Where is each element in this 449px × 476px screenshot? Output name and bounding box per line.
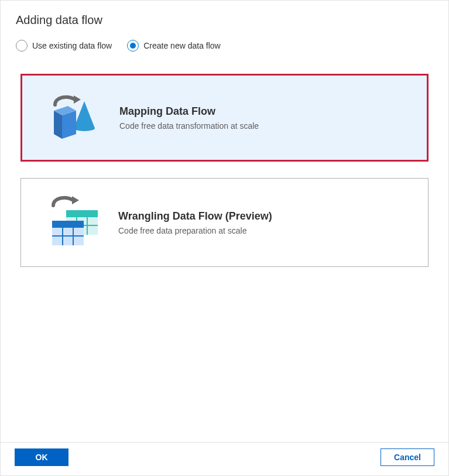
- radio-label-existing: Use existing data flow: [32, 41, 112, 50]
- svg-marker-0: [74, 95, 81, 104]
- dialog-footer: OK Cancel: [1, 442, 448, 475]
- svg-rect-13: [52, 221, 84, 228]
- svg-rect-8: [66, 210, 98, 217]
- radio-circle-icon: [127, 40, 139, 52]
- card-text: Wrangling Data Flow (Preview) Code free …: [108, 210, 272, 235]
- svg-point-2: [74, 125, 95, 131]
- card-title-mapping: Mapping Data Flow: [119, 105, 259, 118]
- card-desc-wrangling: Code free data preparation at scale: [118, 226, 272, 235]
- card-desc-mapping: Code free data transformation at scale: [119, 121, 259, 131]
- svg-marker-1: [74, 101, 95, 128]
- cancel-button[interactable]: Cancel: [381, 448, 434, 466]
- data-flow-mode-radios: Use existing data flow Create new data f…: [16, 40, 433, 52]
- adding-data-flow-panel: Adding data flow Use existing data flow …: [0, 0, 449, 476]
- radio-circle-icon: [16, 40, 28, 52]
- radio-label-create: Create new data flow: [143, 41, 221, 50]
- ok-button[interactable]: OK: [15, 448, 68, 466]
- card-text: Mapping Data Flow Code free data transfo…: [109, 105, 259, 131]
- wrangling-data-flow-icon: [37, 190, 108, 255]
- svg-marker-6: [72, 196, 79, 204]
- card-wrangling-data-flow[interactable]: Wrangling Data Flow (Preview) Code free …: [20, 178, 429, 267]
- svg-marker-3: [62, 111, 76, 139]
- page-title: Adding data flow: [16, 13, 433, 27]
- mapping-data-flow-icon: [39, 88, 109, 147]
- radio-use-existing[interactable]: Use existing data flow: [16, 40, 112, 52]
- svg-marker-5: [54, 111, 62, 139]
- card-title-wrangling: Wrangling Data Flow (Preview): [118, 210, 272, 222]
- card-mapping-data-flow[interactable]: Mapping Data Flow Code free data transfo…: [20, 74, 429, 162]
- card-area: Mapping Data Flow Code free data transfo…: [16, 74, 433, 267]
- radio-create-new[interactable]: Create new data flow: [127, 40, 221, 52]
- panel-content: Adding data flow Use existing data flow …: [1, 1, 448, 442]
